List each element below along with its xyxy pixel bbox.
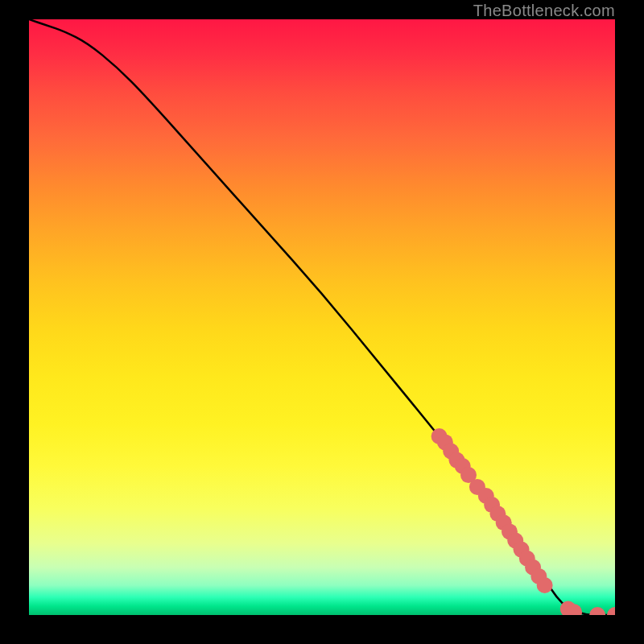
- curve-layer: [29, 19, 615, 615]
- data-point: [589, 607, 605, 615]
- series-curve: [29, 19, 615, 615]
- attribution-label: TheBottleneck.com: [473, 2, 615, 20]
- chart-stage: TheBottleneck.com: [0, 0, 644, 644]
- data-point: [537, 577, 553, 593]
- plot-area: [29, 19, 615, 615]
- data-point: [607, 607, 615, 615]
